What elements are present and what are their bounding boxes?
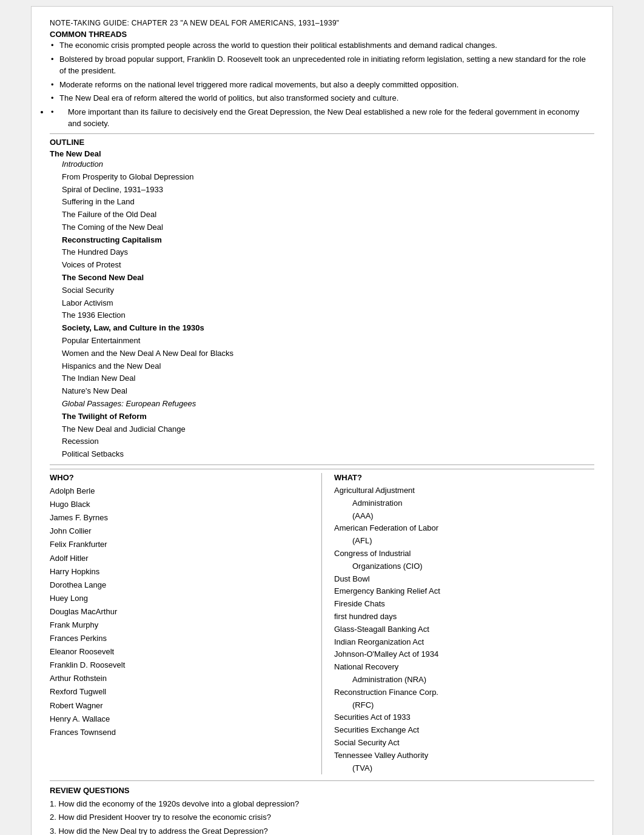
who-item: James F. Byrnes	[50, 511, 315, 525]
outline-item: The Failure of the Old Deal	[50, 209, 594, 221]
what-item: Johnson-O'Malley Act of 1934	[334, 648, 594, 661]
bullet-item: More important than its failure to decis…	[50, 107, 594, 130]
what-item: Dust Bowl	[334, 573, 594, 586]
outline-intro-items: From Prosperity to Global DepressionSpir…	[50, 171, 594, 234]
bullet-item: Moderate reforms on the national level t…	[50, 79, 594, 91]
who-item: Douglas MacArthur	[50, 605, 315, 619]
what-item: Agricultural Adjustment	[334, 485, 594, 497]
review-question: 3. How did the New Deal try to address t…	[50, 825, 594, 835]
review-list: 1. How did the economy of the 1920s devo…	[50, 797, 594, 835]
outline-item: Nature's New Deal	[50, 385, 594, 398]
who-item: Eleanor Roosevelt	[50, 645, 315, 659]
outline-item: Recession	[50, 435, 594, 448]
outline-item: Spiral of Decline, 1931–1933	[50, 184, 594, 196]
bullet-item: The New Deal era of reform altered the w…	[50, 93, 594, 104]
outline-item: From Prosperity to Global Depression	[50, 171, 594, 184]
who-item: Rexford Tugwell	[50, 685, 315, 699]
bullet-item: Bolstered by broad popular support, Fran…	[50, 54, 594, 77]
outline-item: Social Security	[50, 284, 594, 297]
what-item: Securities Exchange Act	[334, 724, 594, 737]
bullet-item: The economic crisis prompted people acro…	[50, 40, 594, 52]
who-item: Robert Wagner	[50, 699, 315, 713]
who-column: WHO? Adolph BerleHugo BlackJames F. Byrn…	[50, 473, 322, 774]
who-item: Arthur Rothstein	[50, 672, 315, 685]
outline-intro-italic: Introduction	[50, 158, 594, 171]
what-item: first hundred days	[334, 611, 594, 623]
outline-section2-items: The Hundred DaysVoices of Protest	[50, 246, 594, 272]
what-item: Emergency Banking Relief Act	[334, 585, 594, 598]
outline-item: The Hundred Days	[50, 246, 594, 259]
divider-1	[50, 133, 594, 134]
outline-item: The Coming of the New Deal	[50, 221, 594, 234]
outline-block: The New Deal Introduction From Prosperit…	[50, 149, 594, 461]
outline-item: The 1936 Election	[50, 309, 594, 322]
what-item: Congress of Industrial	[334, 548, 594, 560]
review-question: 1. How did the economy of the 1920s devo…	[50, 797, 594, 811]
what-header: WHAT?	[334, 473, 594, 482]
who-item: Frances Townsend	[50, 726, 315, 739]
common-threads-list: The economic crisis prompted people acro…	[50, 40, 594, 130]
what-item: Administration (NRA)	[334, 674, 594, 686]
outline-item: Voices of Protest	[50, 259, 594, 272]
what-item: National Recovery	[334, 661, 594, 674]
outline-section4-items: Popular EntertainmentWomen and the New D…	[50, 335, 594, 398]
outline-section4-italic: Global Passages: European Refugees	[50, 398, 594, 411]
review-header: REVIEW QUESTIONS	[50, 786, 594, 795]
what-item: (RFC)	[334, 699, 594, 712]
who-what-section: WHO? Adolph BerleHugo BlackJames F. Byrn…	[50, 469, 594, 774]
outline-section3-items: Social SecurityLabor ActivismThe 1936 El…	[50, 284, 594, 322]
review-section: REVIEW QUESTIONS 1. How did the economy …	[50, 780, 594, 835]
what-item: Administration	[334, 497, 594, 510]
who-item: Harry Hopkins	[50, 565, 315, 578]
outline-section3-title: The Second New Deal	[50, 272, 594, 284]
what-item: Securities Act of 1933	[334, 711, 594, 724]
who-item: Hugo Black	[50, 498, 315, 511]
outline-item: Suffering in the Land	[50, 196, 594, 209]
review-question: 2. How did President Hoover try to resol…	[50, 811, 594, 824]
outline-section5-title: The Twilight of Reform	[50, 411, 594, 423]
outline-section5-items: The New Deal and Judicial ChangeRecessio…	[50, 423, 594, 461]
outline-section4-title: Society, Law, and Culture in the 1930s	[50, 322, 594, 335]
what-item: Organizations (CIO)	[334, 560, 594, 573]
outline-header: OUTLINE	[50, 138, 594, 147]
page: NOTE-TAKING GUIDE: CHAPTER 23 "A NEW DEA…	[31, 6, 613, 835]
who-item: Dorothea Lange	[50, 578, 315, 592]
who-item: Franklin D. Roosevelt	[50, 659, 315, 672]
outline-item: Political Setbacks	[50, 448, 594, 461]
who-header: WHO?	[50, 473, 315, 482]
what-item: (TVA)	[334, 762, 594, 775]
who-item: Felix Frankfurter	[50, 538, 315, 551]
who-item: John Collier	[50, 525, 315, 538]
who-item: Henry A. Wallace	[50, 713, 315, 726]
what-item: American Federation of Labor	[334, 522, 594, 535]
common-threads-header: COMMON THREADS	[50, 30, 594, 39]
what-item: Indian Reorganization Act	[334, 636, 594, 649]
what-item: Tennessee Valley Authority	[334, 749, 594, 762]
outline-item: The Indian New Deal	[50, 372, 594, 385]
who-item: Adolf Hitler	[50, 552, 315, 565]
what-item: (AFL)	[334, 535, 594, 548]
who-item: Frances Perkins	[50, 632, 315, 645]
outline-item: Popular Entertainment	[50, 335, 594, 347]
who-item: Huey Long	[50, 592, 315, 605]
what-item: Fireside Chats	[334, 598, 594, 611]
what-column: WHAT? Agricultural AdjustmentAdministrat…	[322, 473, 594, 774]
what-item: Glass-Steagall Banking Act	[334, 623, 594, 636]
outline-item: Labor Activism	[50, 297, 594, 310]
outline-item: Hispanics and the New Deal	[50, 360, 594, 373]
divider-2	[50, 464, 594, 465]
what-item: Social Security Act	[334, 737, 594, 749]
page-title: NOTE-TAKING GUIDE: CHAPTER 23 "A NEW DEA…	[50, 19, 594, 27]
outline-item: The New Deal and Judicial Change	[50, 423, 594, 436]
what-item: (AAA)	[334, 510, 594, 523]
who-item: Adolph Berle	[50, 485, 315, 498]
what-list: Agricultural AdjustmentAdministration(AA…	[334, 485, 594, 774]
outline-section2-title: Reconstructing Capitalism	[50, 234, 594, 247]
what-item: Reconstruction Finance Corp.	[334, 686, 594, 699]
who-item: Frank Murphy	[50, 619, 315, 632]
who-list: Adolph BerleHugo BlackJames F. ByrnesJoh…	[50, 485, 315, 739]
outline-main-title: The New Deal	[50, 149, 594, 158]
outline-item: Women and the New Deal A New Deal for Bl…	[50, 347, 594, 360]
